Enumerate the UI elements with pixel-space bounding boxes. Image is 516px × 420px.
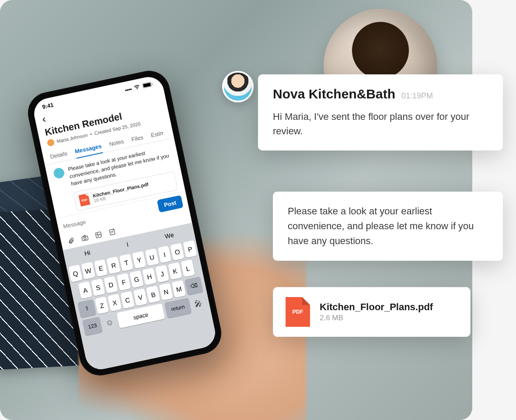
chat-bubble: Please take a look at your earliest conv… (273, 192, 503, 261)
file-name: Kitchen_Floor_Plans.pdf (320, 301, 433, 313)
attach-icon[interactable] (66, 236, 76, 245)
key[interactable]: G (129, 270, 144, 288)
file-attachment-card[interactable]: PDF Kitchen_Floor_Plans.pdf 2.6 MB (273, 287, 471, 337)
status-time: 9:41 (42, 102, 54, 110)
owner-avatar (47, 139, 55, 147)
emoji-key[interactable]: ☺ (103, 317, 117, 328)
key[interactable]: I (157, 246, 172, 264)
key[interactable]: R (107, 256, 121, 274)
message-time: 01:19PM (401, 91, 433, 101)
key[interactable]: L (181, 259, 195, 277)
key[interactable]: U (145, 248, 159, 266)
key[interactable]: S (91, 279, 105, 297)
post-button[interactable]: Post (157, 195, 184, 213)
key[interactable]: Z (95, 297, 109, 315)
key[interactable]: Y (132, 251, 146, 269)
sender-avatar (222, 71, 254, 102)
mic-icon[interactable]: 🎤︎ (192, 298, 206, 309)
key[interactable]: M (172, 280, 186, 298)
key[interactable]: T (119, 254, 134, 272)
pdf-icon: PDF (79, 193, 91, 206)
svg-rect-2 (152, 83, 153, 84)
svg-point-4 (84, 237, 86, 240)
key[interactable]: V (133, 288, 148, 306)
tab-estimates[interactable]: Estimates (150, 126, 165, 142)
key[interactable]: O (170, 243, 185, 261)
signal-icon (124, 85, 132, 93)
sender-avatar (53, 167, 65, 179)
key[interactable]: F (117, 273, 131, 291)
svg-point-6 (97, 234, 98, 235)
svg-rect-7 (109, 229, 115, 235)
key[interactable]: D (104, 276, 118, 294)
chat-message-text: Hi Maria, I've sent the floor plans over… (273, 109, 488, 138)
tab-files[interactable]: Files (130, 130, 144, 146)
key[interactable]: B (146, 286, 160, 304)
key[interactable]: K (168, 262, 182, 280)
return-key[interactable]: return (164, 298, 192, 318)
key[interactable]: E (94, 259, 108, 277)
key[interactable]: W (81, 262, 95, 280)
backspace-key[interactable]: ⌫ (185, 276, 203, 295)
suggestion[interactable]: Hi (84, 249, 91, 257)
back-button[interactable]: ‹ (41, 113, 47, 125)
key[interactable]: J (155, 265, 170, 283)
meta-separator: • (90, 131, 92, 137)
chat-bubble-header: Nova Kitchen&Bath 01:19PM Hi Maria, I've… (258, 74, 503, 150)
key[interactable]: H (142, 268, 157, 286)
chat-message-text: Please take a look at your earliest conv… (288, 204, 488, 248)
note-icon[interactable] (108, 228, 117, 237)
sender-name: Nova Kitchen&Bath (273, 87, 395, 102)
numeric-key[interactable]: 123 (82, 317, 103, 336)
shift-key[interactable]: ⇧ (77, 299, 96, 318)
suggestion[interactable]: I (126, 241, 129, 248)
key[interactable]: C (120, 291, 135, 309)
key[interactable]: N (159, 283, 173, 301)
svg-rect-3 (82, 236, 88, 241)
pdf-icon: PDF (286, 297, 310, 327)
battery-icon (142, 81, 153, 88)
keyboard: Hi I We Q W E R T Y U I O P A (63, 223, 218, 372)
camera-icon[interactable] (80, 233, 89, 242)
key[interactable]: X (108, 294, 122, 312)
key[interactable]: Q (68, 265, 83, 283)
file-size: 2.6 MB (320, 314, 433, 322)
key[interactable]: P (183, 240, 197, 258)
key[interactable]: A (78, 281, 92, 299)
image-icon[interactable] (94, 231, 103, 240)
wifi-icon (133, 84, 141, 90)
suggestion[interactable]: We (164, 231, 174, 240)
